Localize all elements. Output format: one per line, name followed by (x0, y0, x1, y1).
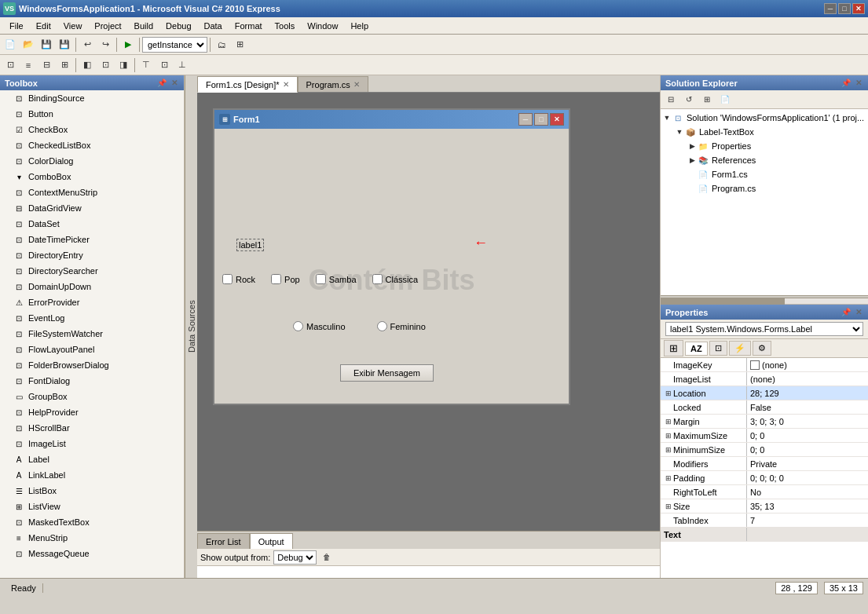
form-close-button[interactable]: ✕ (550, 113, 564, 126)
toolbox-item-colordialog[interactable]: ⊡ColorDialog (0, 153, 184, 169)
toolbox-item-linklabel[interactable]: ALinkLabel (0, 467, 184, 483)
prop-value-padding[interactable]: 0; 0; 0; 0 (747, 471, 868, 484)
start-button[interactable]: ▶ (119, 36, 137, 53)
format-button-2[interactable]: ≡ (20, 57, 37, 74)
toolbox-item-flowlayoutpanel[interactable]: ⊡FlowLayoutPanel (0, 342, 184, 357)
align-right-button[interactable]: ◨ (115, 57, 132, 74)
minimize-button[interactable]: ─ (824, 3, 837, 14)
menu-help[interactable]: Help (344, 20, 375, 32)
prop-value-margin[interactable]: 3; 0; 3; 0 (747, 415, 868, 428)
toolbox-item-errorprovider[interactable]: ⚠ErrorProvider (0, 294, 184, 310)
menu-tools[interactable]: Tools (269, 20, 302, 32)
new-project-button[interactable]: 📄 (2, 36, 19, 53)
toolbox-item-directoryentry[interactable]: ⊡DirectoryEntry (0, 247, 184, 263)
menu-debug[interactable]: Debug (159, 20, 197, 32)
checkbox-samba[interactable]: Samba (316, 274, 357, 284)
checkbox-pop[interactable]: Pop (271, 274, 300, 284)
prop-value-location[interactable]: 28; 129 (747, 386, 868, 400)
props-alphabetical-button[interactable]: AZ (685, 342, 708, 356)
format-button-4[interactable]: ⊞ (56, 57, 73, 74)
debug-target-combo[interactable]: getInstance (142, 37, 207, 53)
toolbox-item-button[interactable]: ⊡Button (0, 106, 184, 122)
toolbox-item-maskedtextbox[interactable]: ⊡MaskedTextBox (0, 514, 184, 530)
menu-project[interactable]: Project (88, 20, 127, 32)
form-minimize-button[interactable]: ─ (518, 113, 533, 126)
prop-expand-margin[interactable]: ⊞ (664, 418, 673, 426)
tree-properties-folder[interactable]: ▶ 📁 Properties (662, 139, 866, 153)
exibir-mensagem-button[interactable]: Exibir Mensagem (340, 364, 434, 382)
design-area[interactable]: ⊞ Form1 ─ □ ✕ Contém Bits label1 (197, 93, 660, 531)
format-button-3[interactable]: ⊟ (38, 57, 55, 74)
radio-masculino-input[interactable] (293, 321, 303, 331)
props-close-button[interactable]: ✕ (854, 307, 863, 317)
toolbox-item-checkbox[interactable]: ☑CheckBox (0, 122, 184, 137)
maximize-button[interactable]: □ (838, 3, 851, 14)
props-properties-button[interactable]: ⊡ (709, 341, 727, 356)
form-maximize-button[interactable]: □ (534, 113, 548, 126)
save-button[interactable]: 💾 (38, 36, 55, 53)
checkbox-pop-input[interactable] (271, 274, 281, 284)
tab-design-close[interactable]: ✕ (283, 80, 289, 89)
align-bottom-button[interactable]: ⊥ (174, 57, 191, 74)
prop-expand-location[interactable]: ⊞ (664, 389, 673, 397)
checkbox-rock[interactable]: Rock (222, 274, 255, 284)
props-pin-button[interactable]: 📌 (840, 307, 852, 317)
checkbox-samba-input[interactable] (316, 274, 326, 284)
toolbox-item-label[interactable]: ALabel (0, 451, 184, 467)
toolbox-item-checkedlistbox[interactable]: ⊡CheckedListBox (0, 137, 184, 153)
label1-control[interactable]: label1 (236, 239, 264, 251)
props-events-button[interactable]: ⚡ (729, 341, 751, 356)
prop-expand-padding[interactable]: ⊞ (664, 474, 673, 482)
checkbox-rock-input[interactable] (222, 274, 233, 284)
align-top-button[interactable]: ⊤ (137, 57, 155, 74)
tab-design[interactable]: Form1.cs [Design]* ✕ (197, 76, 298, 93)
toolbox-item-datagridview[interactable]: ⊟DataGridView (0, 200, 184, 216)
menu-data[interactable]: Data (198, 20, 229, 32)
toolbox-close-button[interactable]: ✕ (170, 78, 179, 88)
toolbox-pin-button[interactable]: 📌 (156, 78, 168, 88)
toolbox-item-listview[interactable]: ⊞ListView (0, 499, 184, 514)
data-sources-tab[interactable]: Data Sources (185, 75, 197, 578)
open-button[interactable]: 📂 (20, 36, 37, 53)
toolbox-item-dataset[interactable]: ⊡DataSet (0, 216, 184, 232)
prop-value-imagekey[interactable]: (none) (747, 358, 868, 371)
toolbox-item-messagequeue[interactable]: ⊡MessageQueue (0, 546, 184, 561)
toolbox-scroll[interactable]: ⊡BindingSource⊡Button☑CheckBox⊡CheckedLi… (0, 90, 184, 578)
prop-value-tabindex[interactable]: 7 (747, 513, 868, 527)
se-refresh-button[interactable]: ↺ (680, 91, 698, 108)
menu-file[interactable]: File (3, 20, 30, 32)
se-pin-button[interactable]: 📌 (840, 78, 852, 88)
tree-project[interactable]: ▼ 📦 Label-TextBox (662, 125, 866, 139)
toolbox-item-imagelist[interactable]: ⊡ImageList (0, 436, 184, 451)
toolbox-item-listbox[interactable]: ☰ListBox (0, 483, 184, 499)
tab-error-list[interactable]: Error List (197, 533, 250, 549)
toolbox-item-combobox[interactable]: ▾ComboBox (0, 169, 184, 185)
tree-form1-cs[interactable]: 📄 Form1.cs (662, 167, 866, 181)
toolbox-item-domainupdown[interactable]: ⊡DomainUpDown (0, 279, 184, 294)
prop-value-imagelist[interactable]: (none) (747, 372, 868, 386)
toolbox-item-datetimepicker[interactable]: ⊡DateTimePicker (0, 232, 184, 247)
tree-references-folder[interactable]: ▶ 📚 References (662, 153, 866, 167)
toolbox-item-hscrollbar[interactable]: ⊡HScrollBar (0, 420, 184, 436)
menu-build[interactable]: Build (128, 20, 159, 32)
prop-value-modifiers[interactable]: Private (747, 457, 868, 470)
toolbox-item-eventlog[interactable]: ⊡EventLog (0, 310, 184, 326)
props-config-button[interactable]: ⚙ (753, 341, 771, 356)
properties-button[interactable]: ⊞ (231, 36, 248, 53)
toolbox-item-helpprovider[interactable]: ⊡HelpProvider (0, 404, 184, 420)
menu-edit[interactable]: Edit (30, 20, 57, 32)
tab-program[interactable]: Program.cs ✕ (298, 76, 368, 92)
tree-solution[interactable]: ▼ ⊡ Solution 'WindowsFormsApplication1' … (662, 111, 866, 125)
toolbox-item-bindingsource[interactable]: ⊡BindingSource (0, 90, 184, 106)
toolbox-item-menustrip[interactable]: ≡MenuStrip (0, 530, 184, 546)
tab-program-close[interactable]: ✕ (353, 80, 360, 89)
tree-program-cs[interactable]: 📄 Program.cs (662, 181, 866, 196)
format-button-1[interactable]: ⊡ (2, 57, 19, 74)
se-close-button[interactable]: ✕ (854, 78, 863, 88)
radio-feminino[interactable]: Feminino (377, 321, 426, 331)
toolbox-item-fontdialog[interactable]: ⊡FontDialog (0, 373, 184, 389)
menu-window[interactable]: Window (301, 20, 344, 32)
prop-value-righttoleft[interactable]: No (747, 485, 868, 499)
se-show-files-button[interactable]: 📄 (716, 91, 734, 108)
undo-button[interactable]: ↩ (79, 36, 96, 53)
